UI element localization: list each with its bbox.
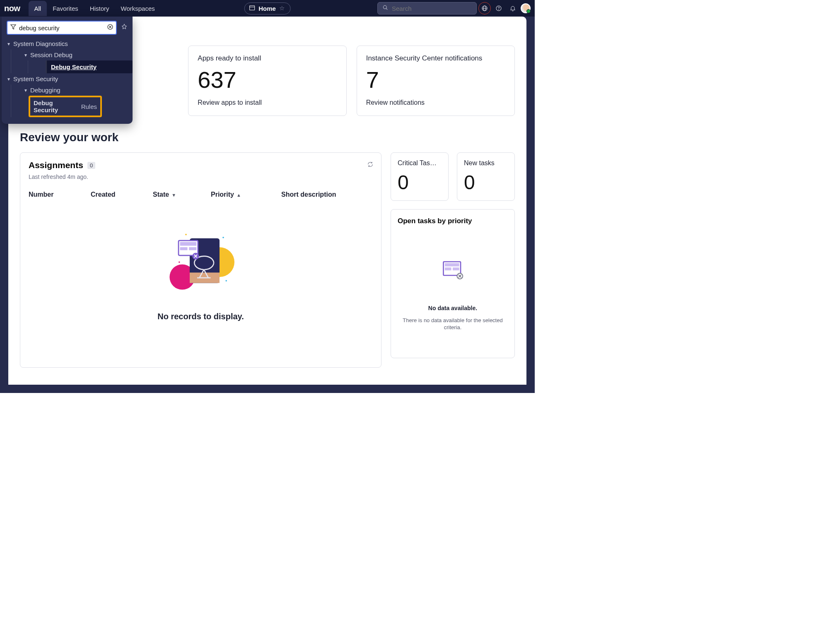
section-title: Review your work (20, 131, 515, 144)
no-data-title: No data available. (428, 305, 477, 311)
help-icon[interactable] (492, 2, 505, 14)
no-records-msg: No records to display. (157, 312, 244, 321)
global-search[interactable] (377, 2, 477, 14)
card-new-tasks[interactable]: New tasks 0 (457, 152, 515, 201)
tree-group-system-security[interactable]: ▾ System Security (2, 73, 133, 84)
global-search-input[interactable] (392, 5, 472, 12)
all-menu-dropdown: ▾ System Diagnostics ▾ Session Debug Deb… (2, 17, 133, 124)
tree-group-debugging[interactable]: ▾ Debugging (11, 84, 133, 96)
tab-favorites[interactable]: Favorites (47, 1, 84, 16)
mini-value: 0 (398, 171, 442, 194)
col-priority[interactable]: Priority▲ (211, 191, 281, 198)
avatar[interactable] (521, 3, 531, 13)
svg-rect-27 (445, 263, 459, 267)
bell-icon[interactable] (507, 2, 519, 14)
window-icon (249, 5, 255, 12)
sort-desc-icon: ▼ (171, 193, 176, 198)
filter-row (2, 17, 133, 37)
last-refreshed: Last refreshed 4m ago. (29, 174, 373, 180)
col-priority-label: Priority (211, 191, 234, 198)
col-state[interactable]: State▼ (153, 191, 211, 198)
chevron-down-icon: ▾ (24, 87, 27, 93)
assignments-count: 0 (87, 162, 95, 169)
svg-line-3 (386, 8, 387, 10)
chevron-down-icon: ▾ (7, 41, 10, 47)
card-link[interactable]: Review apps to install (198, 99, 337, 106)
tree-item-debug-security[interactable]: Debug Security (46, 60, 133, 73)
svg-rect-17 (180, 247, 187, 250)
tree-label: Session Debug (30, 51, 72, 58)
tree-label: Debug Security (51, 63, 97, 70)
sort-asc-icon: ▲ (237, 193, 241, 198)
pin-icon[interactable] (121, 24, 128, 32)
home-label: Home (258, 5, 276, 12)
filter-input[interactable] (19, 24, 104, 31)
assignments-card: Assignments 0 Last refreshed 4m ago. Num… (20, 152, 381, 368)
tree-label-bold: Debug Security (34, 99, 76, 113)
card-link[interactable]: Review notifications (366, 99, 505, 106)
tab-history[interactable]: History (84, 1, 115, 16)
side-column: Critical Tas… 0 New tasks 0 Open tasks b… (391, 152, 515, 368)
refresh-icon[interactable] (367, 161, 374, 169)
tree-label: System Security (13, 75, 58, 82)
filter-icon (10, 24, 17, 32)
empty-illustration-icon (164, 223, 238, 294)
svg-rect-18 (189, 247, 196, 250)
col-number[interactable]: Number (29, 191, 91, 198)
svg-marker-33 (11, 25, 16, 29)
tree-group-session-debug[interactable]: ▾ Session Debug (11, 49, 133, 60)
star-icon[interactable]: ☆ (279, 5, 285, 12)
card-title: Apps ready to install (198, 54, 337, 63)
svg-point-2 (383, 5, 386, 9)
globe-icon[interactable] (478, 2, 491, 14)
svg-point-8 (499, 10, 499, 10)
lower-grid: Assignments 0 Last refreshed 4m ago. Num… (20, 152, 515, 368)
tree-label-rest: Rules (81, 103, 97, 110)
top-nav: now All Favorites History Workspaces Hom… (0, 0, 535, 17)
logo: now (4, 4, 20, 13)
search-icon (382, 4, 389, 12)
tree-label: System Diagnostics (13, 40, 68, 47)
card-open-tasks-priority: Open tasks by priority No data available… (391, 209, 515, 358)
card-isc-notifs[interactable]: Instance Security Center notifications 7… (357, 46, 515, 116)
assignments-title: Assignments (29, 160, 83, 170)
col-short-desc[interactable]: Short description (281, 191, 373, 198)
home-pill[interactable]: Home ☆ (244, 2, 291, 14)
col-state-label: State (153, 191, 169, 198)
clear-filter-icon[interactable] (107, 24, 113, 32)
priority-title: Open tasks by priority (398, 217, 508, 225)
svg-point-25 (179, 261, 180, 263)
no-data-sub: There is no data available for the selec… (398, 317, 508, 331)
mini-title: Critical Tas… (398, 159, 442, 167)
priority-empty-state: No data available. There is no data avai… (398, 242, 508, 349)
assignments-header: Assignments 0 (29, 160, 373, 170)
mini-cards: Critical Tas… 0 New tasks 0 (391, 152, 515, 201)
svg-point-23 (222, 237, 224, 239)
tree-item-debug-security-rules[interactable]: Debug Security Rules (29, 96, 102, 117)
nav-tree: ▾ System Diagnostics ▾ Session Debug Deb… (2, 37, 133, 120)
card-critical-tasks[interactable]: Critical Tas… 0 (391, 152, 449, 201)
chevron-down-icon: ▾ (7, 76, 10, 82)
svg-point-22 (185, 234, 187, 236)
svg-rect-29 (453, 268, 459, 270)
svg-point-24 (225, 280, 227, 282)
table-header: Number Created State▼ Priority▲ Short de… (29, 191, 373, 198)
filter-input-wrap[interactable] (7, 21, 117, 35)
card-title: Instance Security Center notifications (366, 54, 505, 63)
svg-rect-28 (445, 268, 451, 270)
card-value: 7 (366, 68, 505, 92)
top-right-cluster (377, 2, 535, 14)
mini-title: New tasks (464, 159, 508, 167)
col-created[interactable]: Created (91, 191, 153, 198)
tab-all[interactable]: All (29, 1, 47, 16)
svg-rect-0 (249, 5, 254, 10)
card-value: 637 (198, 68, 337, 92)
chevron-down-icon: ▾ (24, 52, 27, 58)
tab-workspaces[interactable]: Workspaces (115, 1, 161, 16)
card-apps-ready[interactable]: Apps ready to install 637 Review apps to… (188, 46, 346, 116)
tree-group-system-diagnostics[interactable]: ▾ System Diagnostics (2, 38, 133, 49)
tree-label: Debugging (30, 87, 60, 94)
empty-state: No records to display. (29, 223, 373, 321)
no-data-icon (442, 260, 463, 280)
svg-rect-16 (180, 242, 196, 246)
